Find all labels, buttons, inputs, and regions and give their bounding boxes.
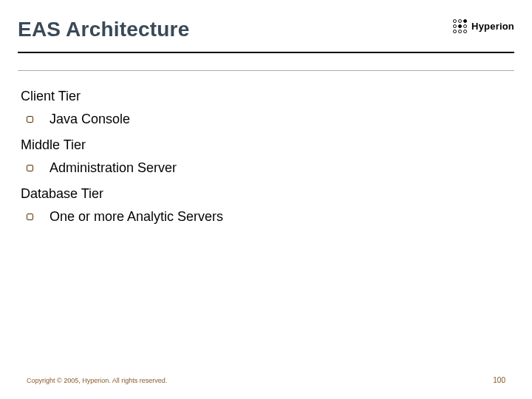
- copyright-text: Copyright © 2005, Hyperion. All rights r…: [27, 377, 167, 384]
- section-label: Middle Tier: [21, 137, 511, 153]
- slide: EAS Architecture Hyperion Client Tier Ja…: [0, 0, 532, 399]
- bullet-text: One or more Analytic Servers: [50, 209, 223, 225]
- divider-thick: [18, 52, 514, 53]
- divider-thin: [18, 70, 514, 71]
- footer: Copyright © 2005, Hyperion. All rights r…: [27, 376, 505, 384]
- section-label: Database Tier: [21, 186, 511, 202]
- bullet-icon: [27, 214, 33, 220]
- list-item: Java Console: [27, 112, 511, 127]
- content: Client Tier Java Console Middle Tier Adm…: [21, 81, 511, 235]
- brand-name: Hyperion: [471, 21, 514, 32]
- bullet-icon: [27, 165, 33, 171]
- bullet-text: Administration Server: [50, 160, 177, 176]
- bullet-text: Java Console: [50, 112, 130, 127]
- slide-title: EAS Architecture: [18, 18, 189, 41]
- section-label: Client Tier: [21, 89, 511, 104]
- list-item: One or more Analytic Servers: [27, 209, 511, 225]
- header: EAS Architecture Hyperion: [18, 18, 514, 41]
- bullet-icon: [27, 116, 33, 123]
- list-item: Administration Server: [27, 160, 511, 176]
- brand-logo: Hyperion: [453, 19, 514, 33]
- page-number: 100: [493, 376, 505, 384]
- brand-logo-icon: [453, 19, 467, 33]
